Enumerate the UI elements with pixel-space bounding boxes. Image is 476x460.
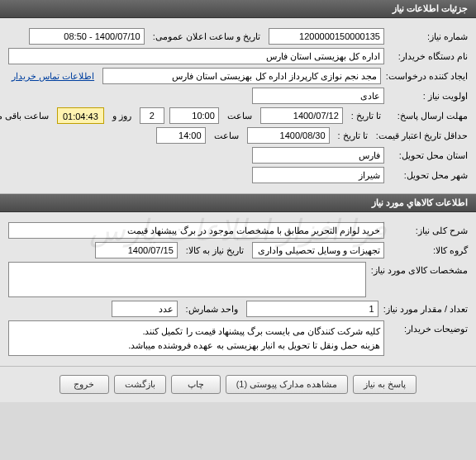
label-creator: ایجاد کننده درخواست: xyxy=(386,71,468,82)
input-desc[interactable] xyxy=(8,222,384,239)
input-delivery-city[interactable] xyxy=(252,167,384,183)
row-deadline: مهلت ارسال پاسخ: تا تاریخ : ساعت روز و 0… xyxy=(8,107,468,124)
label-request-no: شماره نیاز: xyxy=(389,31,468,42)
row-price-validity: حداقل تاریخ اعتبار قیمت: تا تاریخ : ساعت xyxy=(8,127,468,144)
row-delivery-city: شهر محل تحویل: xyxy=(8,167,468,183)
row-desc: شرح کلی نیاز: xyxy=(8,222,468,239)
input-days-remaining xyxy=(140,107,164,124)
row-buyer-org: نام دستگاه خریدار: xyxy=(8,48,468,64)
input-delivery-province[interactable] xyxy=(252,147,384,164)
label-deadline: مهلت ارسال پاسخ: xyxy=(389,111,468,121)
row-buyer-notes: توضیحات خریدار: xyxy=(8,320,468,356)
input-buyer-notes[interactable] xyxy=(8,320,384,356)
input-need-by[interactable] xyxy=(95,242,178,258)
row-group: گروه کالا: تاریخ نیاز به کالا: xyxy=(8,242,468,258)
input-deadline-time[interactable] xyxy=(169,107,219,124)
countdown-timer: 01:04:43 xyxy=(57,107,104,124)
label-price-validity: حداقل تاریخ اعتبار قیمت: xyxy=(376,130,468,141)
row-creator: ایجاد کننده درخواست: اطلاعات تماس خریدار xyxy=(8,68,468,84)
label-days-and: روز و xyxy=(109,111,135,121)
section-header-goods-info: اطلاعات كالاهاي مورد نياز xyxy=(0,194,476,212)
input-public-announce[interactable] xyxy=(29,28,145,45)
input-deadline-date[interactable] xyxy=(260,107,343,124)
input-priority[interactable] xyxy=(252,88,384,104)
input-buyer-org[interactable] xyxy=(8,48,384,64)
row-spec: مشخصات کالای مورد نیاز: xyxy=(8,262,468,297)
label-buyer-org: نام دستگاه خریدار: xyxy=(389,51,468,62)
label-to-date-2: تا تاریخ : xyxy=(335,130,371,141)
row-request-no: شماره نیاز: تاریخ و ساعت اعلان عمومی: xyxy=(8,28,468,45)
label-time-2: ساعت xyxy=(211,130,242,141)
label-group: گروه کالا: xyxy=(389,245,468,256)
label-spec: مشخصات کالای مورد نیاز: xyxy=(371,262,468,276)
row-priority: اولویت نیاز : xyxy=(8,88,468,104)
row-qty: تعداد / مقدار مورد نیاز: واحد شمارش: xyxy=(8,301,468,317)
input-unit[interactable] xyxy=(112,301,178,317)
panel-need-details: شماره نیاز: تاریخ و ساعت اعلان عمومی: نا… xyxy=(0,18,476,194)
label-unit: واحد شمارش: xyxy=(183,304,241,315)
input-price-validity-time[interactable] xyxy=(156,127,206,144)
section-header-need-details: جزئیات اطلاعات نیاز xyxy=(0,0,476,18)
button-bar: پاسخ به نیاز مشاهده مدارک پیوستی (1) چاپ… xyxy=(0,367,476,402)
attachments-button[interactable]: مشاهده مدارک پیوستی (1) xyxy=(226,375,349,394)
label-time-1: ساعت xyxy=(224,111,255,121)
respond-button[interactable]: پاسخ به نیاز xyxy=(353,375,416,394)
print-button[interactable]: چاپ xyxy=(171,375,221,394)
label-delivery-province: استان محل تحویل: xyxy=(389,150,468,161)
label-buyer-notes: توضیحات خریدار: xyxy=(389,320,468,334)
panel-goods-info: شرح کلی نیاز: گروه کالا: تاریخ نیاز به ک… xyxy=(0,212,476,367)
link-contact-buyer[interactable]: اطلاعات تماس خریدار xyxy=(8,71,98,82)
row-delivery-province: استان محل تحویل: xyxy=(8,147,468,164)
label-delivery-city: شهر محل تحویل: xyxy=(389,170,468,181)
label-public-announce: تاریخ و ساعت اعلان عمومی: xyxy=(150,31,264,42)
input-creator[interactable] xyxy=(102,68,381,84)
exit-button[interactable]: خروج xyxy=(60,375,109,394)
label-qty: تعداد / مقدار مورد نیاز: xyxy=(383,304,468,315)
input-spec[interactable] xyxy=(8,262,366,297)
input-group[interactable] xyxy=(252,242,384,258)
label-remaining: ساعت باقی مانده xyxy=(0,111,52,121)
input-price-validity-date[interactable] xyxy=(247,127,330,144)
input-request-no[interactable] xyxy=(269,28,384,45)
label-need-by: تاریخ نیاز به کالا: xyxy=(183,245,247,256)
input-qty[interactable] xyxy=(246,301,378,317)
label-desc: شرح کلی نیاز: xyxy=(389,225,468,236)
label-priority: اولویت نیاز : xyxy=(389,91,468,102)
back-button[interactable]: بازگشت xyxy=(114,375,166,394)
label-to-date: تا تاریخ : xyxy=(348,111,384,121)
